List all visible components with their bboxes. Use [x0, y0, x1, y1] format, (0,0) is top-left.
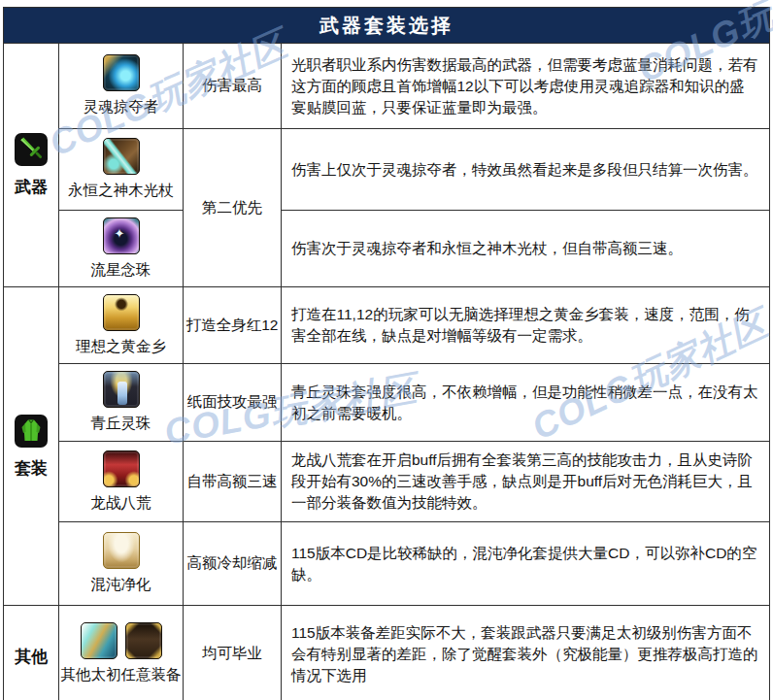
taichu-crystal-icon — [81, 622, 118, 659]
table-row: 其他 其他太初任意装备 均可毕业 115版本装备差距实际不大，套装跟武器只要满足… — [4, 606, 770, 700]
item-name: 其他太初任意装备 — [61, 665, 182, 685]
priority-tag: 自带高额三速 — [184, 442, 282, 522]
item-description: 115版本装备差距实际不大，套装跟武器只要满足太初级别伤害方面不会有特别显著的差… — [282, 606, 770, 700]
taichu-suit-icon — [125, 622, 162, 659]
category-cell-other: 其他 — [4, 606, 59, 700]
priority-tag: 高额冷却缩减 — [184, 522, 282, 606]
table-row: 流星念珠 伤害次于灵魂掠夺者和永恒之神木光杖，但自带高额三速。 — [4, 211, 770, 287]
item-description: 龙战八荒套在开启buff后拥有全套装第三高的技能攻击力，且从史诗阶段开始有30%… — [282, 442, 770, 522]
item-name: 龙战八荒 — [91, 493, 151, 514]
weapon-set-table: 武器套装选择 武器 灵魂掠夺者 — [3, 7, 770, 700]
priority-tag: 纸面技攻最强 — [184, 364, 282, 442]
item-name: 流星念珠 — [91, 260, 151, 281]
meteor-beads-icon — [103, 217, 140, 254]
soul-plunderer-icon — [103, 54, 140, 91]
item-cell: 青丘灵珠 — [59, 364, 184, 442]
item-cell: 龙战八荒 — [59, 442, 184, 522]
item-cell: 理想之黄金乡 — [59, 287, 184, 364]
item-description: 伤害上仅次于灵魂掠夺者，特效虽然看起来是多段但只结算一次伤害。 — [282, 129, 770, 211]
item-cell: 灵魂掠夺者 — [59, 44, 184, 129]
dragon-war-icon — [103, 450, 140, 487]
qingqiu-pearl-icon — [103, 371, 140, 408]
table-row: 套装 理想之黄金乡 打造全身红12 打造在11,12的玩家可以无脑选择理想之黄金… — [4, 287, 770, 364]
item-cell: 混沌净化 — [59, 522, 184, 606]
item-name: 混沌净化 — [91, 575, 151, 595]
priority-tag: 打造全身红12 — [184, 287, 282, 364]
table-row: 龙战八荒 自带高额三速 龙战八荒套在开启buff后拥有全套装第三高的技能攻击力，… — [4, 442, 770, 522]
eternal-staff-icon — [103, 138, 140, 175]
priority-tag: 均可毕业 — [184, 606, 282, 700]
priority-tag: 伤害最高 — [184, 44, 282, 129]
category-label: 套装 — [4, 457, 58, 480]
item-name: 永恒之神木光杖 — [68, 181, 174, 201]
item-name: 青丘灵珠 — [91, 414, 151, 434]
item-name: 灵魂掠夺者 — [84, 97, 159, 117]
guide-page: COLG玩家社区 COLG玩家社区 COLG玩家社区 COLG玩家社区 武器套装… — [0, 0, 773, 700]
priority-tag: 第二优先 — [184, 129, 282, 287]
chaos-purify-icon — [103, 532, 140, 569]
category-cell-set: 套装 — [4, 287, 59, 606]
category-label: 武器 — [4, 176, 58, 198]
category-cell-weapon: 武器 — [4, 44, 59, 287]
table-row: 青丘灵珠 纸面技攻最强 青丘灵珠套强度很高，不依赖增幅，但是功能性稍微差一点，在… — [4, 364, 770, 442]
item-description: 光职者职业系内伤害数据最高的武器，但需要考虑蓝量消耗问题，若有这方面的顾虑且首饰… — [282, 44, 770, 129]
golden-land-icon — [103, 294, 140, 331]
jacket-icon — [14, 414, 49, 449]
sword-icon — [14, 132, 49, 167]
item-cell: 其他太初任意装备 — [59, 606, 184, 700]
table-row: 永恒之神木光杖 第二优先 伤害上仅次于灵魂掠夺者，特效虽然看起来是多段但只结算一… — [4, 129, 770, 211]
item-description: 打造在11,12的玩家可以无脑选择理想之黄金乡套装，速度，范围，伤害全部在线，缺… — [282, 287, 770, 364]
item-description: 115版本CD是比较稀缺的，混沌净化套提供大量CD，可以弥补CD的空缺。 — [282, 522, 770, 606]
item-description: 伤害次于灵魂掠夺者和永恒之神木光杖，但自带高额三速。 — [282, 211, 770, 287]
category-label: 其他 — [4, 646, 58, 668]
item-name: 理想之黄金乡 — [76, 337, 166, 357]
item-cell: 流星念珠 — [59, 211, 184, 287]
table-row: 武器 灵魂掠夺者 伤害最高 光职者职业系内伤害数据最高的武器，但需要考虑蓝量消耗… — [4, 44, 770, 129]
page-title: 武器套装选择 — [4, 8, 770, 44]
table-row: 混沌净化 高额冷却缩减 115版本CD是比较稀缺的，混沌净化套提供大量CD，可以… — [4, 522, 770, 606]
item-description: 青丘灵珠套强度很高，不依赖增幅，但是功能性稍微差一点，在没有太初之前需要暖机。 — [282, 364, 770, 442]
item-cell: 永恒之神木光杖 — [59, 129, 184, 211]
